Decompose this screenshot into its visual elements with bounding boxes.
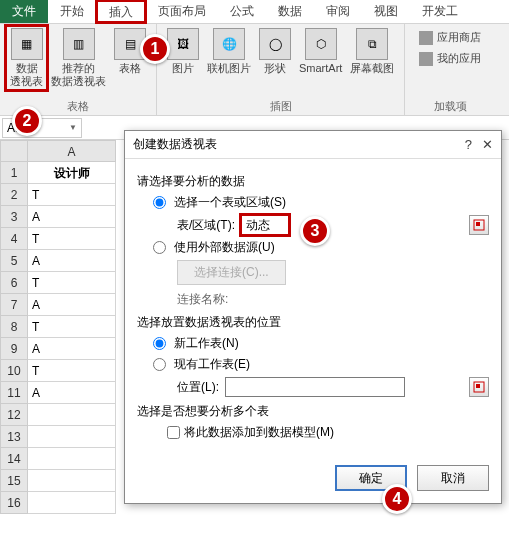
cell[interactable]: A [28, 382, 116, 404]
row-header[interactable]: 7 [0, 294, 28, 316]
cell[interactable]: T [28, 272, 116, 294]
my-apps-button[interactable]: 我的应用 [419, 51, 481, 66]
tab-home[interactable]: 开始 [48, 0, 96, 23]
screenshot-label: 屏幕截图 [350, 62, 394, 75]
close-icon[interactable]: ✕ [482, 137, 493, 152]
cell[interactable]: T [28, 316, 116, 338]
cell[interactable]: T [28, 184, 116, 206]
smartart-button[interactable]: ⬡SmartArt [295, 26, 346, 77]
tab-view[interactable]: 视图 [362, 0, 410, 23]
ribbon-tabs: 文件 开始 插入 页面布局 公式 数据 审阅 视图 开发工 [0, 0, 509, 24]
myapps-label: 我的应用 [437, 51, 481, 66]
online-picture-icon: 🌐 [213, 28, 245, 60]
row-header[interactable]: 12 [0, 404, 28, 426]
range-label: 表/区域(T): [177, 217, 235, 234]
radio-existing-sheet[interactable] [153, 358, 166, 371]
create-pivot-dialog: 创建数据透视表 ? ✕ 请选择要分析的数据 选择一个表或区域(S) 表/区域(T… [124, 130, 502, 504]
section-multi-label: 选择是否想要分析多个表 [137, 403, 489, 420]
cell[interactable]: T [28, 228, 116, 250]
location-input[interactable] [225, 377, 405, 397]
radio-external-data[interactable] [153, 241, 166, 254]
range-picker-icon [473, 381, 485, 393]
cell[interactable] [28, 470, 116, 492]
online-picture-label: 联机图片 [207, 62, 251, 75]
choose-connection-button: 选择连接(C)... [177, 260, 286, 285]
group-label-tables: 表格 [67, 99, 89, 113]
recommended-pivot-button[interactable]: ▥ 推荐的 数据透视表 [47, 26, 110, 90]
range-input[interactable] [241, 215, 289, 235]
step-badge-1: 1 [140, 34, 170, 64]
dialog-title: 创建数据透视表 [133, 136, 217, 153]
row-header[interactable]: 10 [0, 360, 28, 382]
app-store-button[interactable]: 应用商店 [419, 30, 481, 45]
tab-formula[interactable]: 公式 [218, 0, 266, 23]
tab-review[interactable]: 审阅 [314, 0, 362, 23]
cell[interactable] [28, 492, 116, 514]
radio-select-table[interactable] [153, 196, 166, 209]
tab-file[interactable]: 文件 [0, 0, 48, 23]
recommended-pivot-icon: ▥ [63, 28, 95, 60]
online-picture-button[interactable]: 🌐联机图片 [203, 26, 255, 77]
myapps-icon [419, 52, 433, 66]
checkbox-data-model-label: 将此数据添加到数据模型(M) [184, 424, 334, 441]
smartart-icon: ⬡ [305, 28, 337, 60]
radio-select-table-label: 选择一个表或区域(S) [174, 194, 286, 211]
svg-rect-3 [476, 384, 480, 388]
cell[interactable] [28, 426, 116, 448]
tab-developer[interactable]: 开发工 [410, 0, 470, 23]
shapes-label: 形状 [264, 62, 286, 75]
pivot-table-button[interactable]: ▦ 数据 透视表 [6, 26, 47, 90]
option-existing-sheet[interactable]: 现有工作表(E) [153, 356, 489, 373]
pivot-table-icon: ▦ [11, 28, 43, 60]
picture-icon: 🖼 [167, 28, 199, 60]
option-data-model[interactable]: 将此数据添加到数据模型(M) [167, 424, 489, 441]
cell[interactable]: A [28, 250, 116, 272]
radio-external-data-label: 使用外部数据源(U) [174, 239, 275, 256]
shapes-button[interactable]: ◯形状 [255, 26, 295, 77]
select-all-corner[interactable] [0, 140, 28, 162]
cell[interactable]: A [28, 338, 116, 360]
row-header[interactable]: 1 [0, 162, 28, 184]
range-picker-button[interactable] [469, 215, 489, 235]
screenshot-button[interactable]: ⧉屏幕截图 [346, 26, 398, 77]
row-header[interactable]: 14 [0, 448, 28, 470]
radio-new-sheet-label: 新工作表(N) [174, 335, 239, 352]
option-new-sheet[interactable]: 新工作表(N) [153, 335, 489, 352]
row-header[interactable]: 8 [0, 316, 28, 338]
cell[interactable]: A [28, 294, 116, 316]
cell[interactable]: 设计师 [28, 162, 116, 184]
cell[interactable] [28, 448, 116, 470]
step-badge-4: 4 [382, 484, 412, 514]
smartart-label: SmartArt [299, 62, 342, 75]
column-header-a[interactable]: A [28, 140, 116, 162]
row-header[interactable]: 16 [0, 492, 28, 514]
cell[interactable]: T [28, 360, 116, 382]
cancel-button[interactable]: 取消 [417, 465, 489, 491]
connection-name-label: 连接名称: [177, 291, 489, 308]
row-header[interactable]: 3 [0, 206, 28, 228]
row-header[interactable]: 5 [0, 250, 28, 272]
help-icon[interactable]: ? [465, 137, 472, 152]
row-header[interactable]: 11 [0, 382, 28, 404]
row-header[interactable]: 9 [0, 338, 28, 360]
row-header[interactable]: 2 [0, 184, 28, 206]
tab-insert[interactable]: 插入 [96, 0, 146, 23]
row-header[interactable]: 4 [0, 228, 28, 250]
shapes-icon: ◯ [259, 28, 291, 60]
group-label-illustrations: 插图 [270, 99, 292, 113]
radio-existing-sheet-label: 现有工作表(E) [174, 356, 250, 373]
step-badge-3: 3 [300, 216, 330, 246]
location-picker-button[interactable] [469, 377, 489, 397]
row-header[interactable]: 15 [0, 470, 28, 492]
option-select-table[interactable]: 选择一个表或区域(S) [153, 194, 489, 211]
radio-new-sheet[interactable] [153, 337, 166, 350]
row-header[interactable]: 13 [0, 426, 28, 448]
tab-data[interactable]: 数据 [266, 0, 314, 23]
cell[interactable] [28, 404, 116, 426]
checkbox-data-model[interactable] [167, 426, 180, 439]
row-header[interactable]: 6 [0, 272, 28, 294]
cell[interactable]: A [28, 206, 116, 228]
store-label: 应用商店 [437, 30, 481, 45]
location-label: 位置(L): [177, 379, 219, 396]
tab-page-layout[interactable]: 页面布局 [146, 0, 218, 23]
